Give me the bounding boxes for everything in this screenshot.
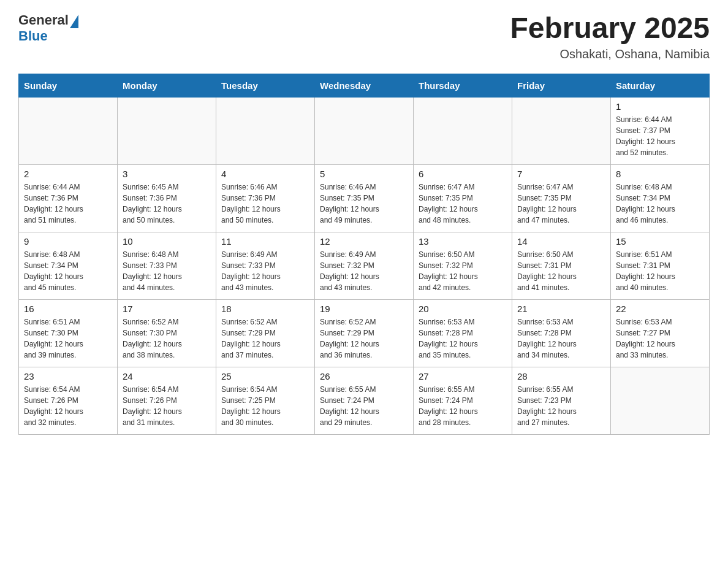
calendar-cell: 6Sunrise: 6:47 AM Sunset: 7:35 PM Daylig… — [414, 164, 512, 232]
day-info: Sunrise: 6:45 AM Sunset: 7:36 PM Dayligh… — [123, 182, 211, 226]
calendar-cell — [19, 97, 118, 164]
day-number: 10 — [123, 236, 211, 247]
day-number: 8 — [616, 169, 704, 179]
calendar-cell: 15Sunrise: 6:51 AM Sunset: 7:31 PM Dayli… — [611, 232, 710, 299]
calendar-cell: 3Sunrise: 6:45 AM Sunset: 7:36 PM Daylig… — [118, 164, 216, 232]
calendar-cell — [118, 97, 216, 164]
logo-text-general: General — [18, 12, 69, 28]
location-title: Oshakati, Oshana, Namibia — [510, 47, 710, 61]
day-number: 14 — [517, 236, 605, 247]
day-number: 25 — [221, 371, 309, 381]
day-info: Sunrise: 6:46 AM Sunset: 7:36 PM Dayligh… — [221, 182, 309, 226]
calendar-cell: 20Sunrise: 6:53 AM Sunset: 7:28 PM Dayli… — [414, 299, 512, 367]
day-number: 16 — [24, 304, 112, 314]
calendar-cell — [216, 97, 315, 164]
day-info: Sunrise: 6:54 AM Sunset: 7:26 PM Dayligh… — [24, 384, 112, 428]
day-number: 12 — [320, 236, 408, 247]
day-number: 27 — [419, 371, 507, 381]
calendar-cell: 2Sunrise: 6:44 AM Sunset: 7:36 PM Daylig… — [19, 164, 118, 232]
day-info: Sunrise: 6:52 AM Sunset: 7:29 PM Dayligh… — [320, 316, 408, 361]
day-info: Sunrise: 6:50 AM Sunset: 7:31 PM Dayligh… — [517, 249, 605, 293]
day-info: Sunrise: 6:49 AM Sunset: 7:33 PM Dayligh… — [221, 249, 309, 293]
day-number: 18 — [221, 304, 309, 314]
day-info: Sunrise: 6:53 AM Sunset: 7:28 PM Dayligh… — [419, 316, 507, 361]
calendar-cell: 25Sunrise: 6:54 AM Sunset: 7:25 PM Dayli… — [216, 367, 315, 434]
calendar-cell: 11Sunrise: 6:49 AM Sunset: 7:33 PM Dayli… — [216, 232, 315, 299]
calendar-cell: 22Sunrise: 6:53 AM Sunset: 7:27 PM Dayli… — [611, 299, 710, 367]
calendar-cell: 1Sunrise: 6:44 AM Sunset: 7:37 PM Daylig… — [611, 97, 710, 164]
day-info: Sunrise: 6:51 AM Sunset: 7:31 PM Dayligh… — [616, 249, 704, 293]
day-number: 24 — [123, 371, 211, 381]
day-info: Sunrise: 6:55 AM Sunset: 7:23 PM Dayligh… — [517, 384, 605, 428]
day-info: Sunrise: 6:44 AM Sunset: 7:36 PM Dayligh… — [24, 182, 112, 226]
calendar-cell: 27Sunrise: 6:55 AM Sunset: 7:24 PM Dayli… — [414, 367, 512, 434]
calendar-cell: 13Sunrise: 6:50 AM Sunset: 7:32 PM Dayli… — [414, 232, 512, 299]
title-block: February 2025 Oshakati, Oshana, Namibia — [510, 12, 710, 61]
day-info: Sunrise: 6:53 AM Sunset: 7:27 PM Dayligh… — [616, 316, 704, 361]
day-number: 5 — [320, 169, 408, 179]
calendar-cell: 17Sunrise: 6:52 AM Sunset: 7:30 PM Dayli… — [118, 299, 216, 367]
calendar-cell: 21Sunrise: 6:53 AM Sunset: 7:28 PM Dayli… — [512, 299, 611, 367]
column-header-tuesday: Tuesday — [216, 74, 315, 97]
calendar-week-4: 16Sunrise: 6:51 AM Sunset: 7:30 PM Dayli… — [19, 299, 710, 367]
calendar-cell: 9Sunrise: 6:48 AM Sunset: 7:34 PM Daylig… — [19, 232, 118, 299]
day-number: 7 — [517, 169, 605, 179]
day-number: 23 — [24, 371, 112, 381]
day-number: 3 — [123, 169, 211, 179]
calendar-week-3: 9Sunrise: 6:48 AM Sunset: 7:34 PM Daylig… — [19, 232, 710, 299]
calendar-cell — [414, 97, 512, 164]
calendar-cell: 8Sunrise: 6:48 AM Sunset: 7:34 PM Daylig… — [611, 164, 710, 232]
column-header-wednesday: Wednesday — [315, 74, 414, 97]
day-number: 19 — [320, 304, 408, 314]
calendar-cell — [512, 97, 611, 164]
column-header-friday: Friday — [512, 74, 611, 97]
calendar-cell — [315, 97, 414, 164]
day-number: 15 — [616, 236, 704, 247]
day-number: 1 — [616, 101, 704, 112]
day-number: 6 — [419, 169, 507, 179]
calendar-cell: 4Sunrise: 6:46 AM Sunset: 7:36 PM Daylig… — [216, 164, 315, 232]
calendar-cell: 26Sunrise: 6:55 AM Sunset: 7:24 PM Dayli… — [315, 367, 414, 434]
day-number: 11 — [221, 236, 309, 247]
calendar-header-row: SundayMondayTuesdayWednesdayThursdayFrid… — [19, 74, 710, 97]
day-info: Sunrise: 6:54 AM Sunset: 7:26 PM Dayligh… — [123, 384, 211, 428]
logo-triangle-icon — [70, 15, 78, 28]
logo-text-blue: Blue — [18, 28, 48, 44]
day-info: Sunrise: 6:48 AM Sunset: 7:33 PM Dayligh… — [123, 249, 211, 293]
calendar-cell — [611, 367, 710, 434]
calendar-cell: 14Sunrise: 6:50 AM Sunset: 7:31 PM Dayli… — [512, 232, 611, 299]
calendar-cell: 23Sunrise: 6:54 AM Sunset: 7:26 PM Dayli… — [19, 367, 118, 434]
column-header-thursday: Thursday — [414, 74, 512, 97]
day-info: Sunrise: 6:55 AM Sunset: 7:24 PM Dayligh… — [320, 384, 408, 428]
day-number: 22 — [616, 304, 704, 314]
column-header-saturday: Saturday — [611, 74, 710, 97]
day-number: 26 — [320, 371, 408, 381]
column-header-monday: Monday — [118, 74, 216, 97]
day-number: 2 — [24, 169, 112, 179]
day-info: Sunrise: 6:55 AM Sunset: 7:24 PM Dayligh… — [419, 384, 507, 428]
day-number: 13 — [419, 236, 507, 247]
page-header: General Blue February 2025 Oshakati, Osh… — [18, 12, 710, 61]
day-info: Sunrise: 6:44 AM Sunset: 7:37 PM Dayligh… — [616, 114, 704, 158]
month-title: February 2025 — [510, 12, 710, 45]
calendar-cell: 18Sunrise: 6:52 AM Sunset: 7:29 PM Dayli… — [216, 299, 315, 367]
calendar-week-2: 2Sunrise: 6:44 AM Sunset: 7:36 PM Daylig… — [19, 164, 710, 232]
calendar-week-1: 1Sunrise: 6:44 AM Sunset: 7:37 PM Daylig… — [19, 97, 710, 164]
day-info: Sunrise: 6:52 AM Sunset: 7:29 PM Dayligh… — [221, 316, 309, 361]
day-number: 17 — [123, 304, 211, 314]
day-info: Sunrise: 6:53 AM Sunset: 7:28 PM Dayligh… — [517, 316, 605, 361]
calendar-cell: 7Sunrise: 6:47 AM Sunset: 7:35 PM Daylig… — [512, 164, 611, 232]
day-number: 21 — [517, 304, 605, 314]
calendar-week-5: 23Sunrise: 6:54 AM Sunset: 7:26 PM Dayli… — [19, 367, 710, 434]
day-number: 4 — [221, 169, 309, 179]
calendar-cell: 19Sunrise: 6:52 AM Sunset: 7:29 PM Dayli… — [315, 299, 414, 367]
calendar-table: SundayMondayTuesdayWednesdayThursdayFrid… — [18, 74, 710, 435]
calendar-cell: 5Sunrise: 6:46 AM Sunset: 7:35 PM Daylig… — [315, 164, 414, 232]
column-header-sunday: Sunday — [19, 74, 118, 97]
day-number: 28 — [517, 371, 605, 381]
day-info: Sunrise: 6:54 AM Sunset: 7:25 PM Dayligh… — [221, 384, 309, 428]
day-info: Sunrise: 6:47 AM Sunset: 7:35 PM Dayligh… — [517, 182, 605, 226]
day-number: 9 — [24, 236, 112, 247]
day-info: Sunrise: 6:52 AM Sunset: 7:30 PM Dayligh… — [123, 316, 211, 361]
day-number: 20 — [419, 304, 507, 314]
